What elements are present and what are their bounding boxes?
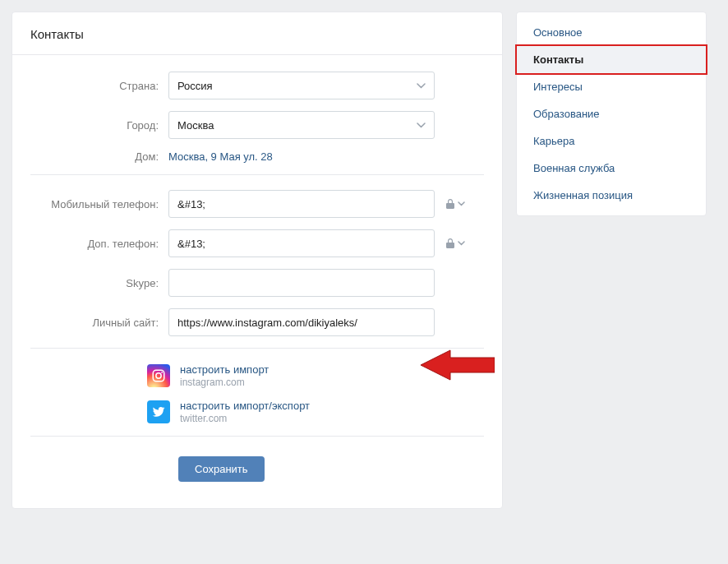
sidebar-item-education[interactable]: Образование <box>517 100 706 127</box>
alt-phone-row: Доп. телефон: <box>30 229 484 257</box>
instagram-domain: instagram.com <box>180 377 269 388</box>
skype-row: Skype: <box>30 269 484 297</box>
alt-phone-input[interactable] <box>168 229 435 257</box>
country-select[interactable]: Россия <box>168 72 435 99</box>
sidebar-item-main[interactable]: Основное <box>517 19 706 46</box>
twitter-icon <box>147 400 170 423</box>
country-label: Страна: <box>30 80 168 92</box>
mobile-phone-input[interactable] <box>168 190 435 218</box>
skype-input[interactable] <box>168 269 435 297</box>
twitter-import-row: настроить импорт/экспорт twitter.com <box>147 400 484 424</box>
sidebar-item-military[interactable]: Военная служба <box>517 155 706 182</box>
mobile-phone-label: Мобильный телефон: <box>30 198 168 210</box>
chevron-down-icon <box>417 119 426 131</box>
chevron-down-icon <box>458 201 465 206</box>
svg-point-1 <box>156 373 161 378</box>
country-value: Россия <box>177 80 213 92</box>
chevron-down-icon <box>458 241 465 246</box>
home-value-link[interactable]: Москва, 9 Мая ул. 28 <box>168 150 273 163</box>
country-row: Страна: Россия <box>30 72 484 99</box>
city-label: Город: <box>30 119 168 132</box>
sidebar-item-contacts[interactable]: Контакты <box>515 44 707 75</box>
lock-icon <box>446 199 454 209</box>
svg-point-2 <box>161 372 163 373</box>
home-row: Дом: Москва, 9 Мая ул. 28 <box>30 150 484 163</box>
website-row: Личный сайт: <box>30 308 484 336</box>
instagram-import-row: настроить импорт instagram.com <box>147 363 484 388</box>
website-input[interactable] <box>168 308 435 336</box>
home-label: Дом: <box>30 150 168 163</box>
instagram-icon <box>147 364 170 387</box>
alt-phone-privacy-control[interactable] <box>446 238 465 248</box>
lock-icon <box>446 238 454 248</box>
chevron-down-icon <box>417 80 426 91</box>
save-button[interactable]: Сохранить <box>178 456 265 482</box>
city-select[interactable]: Москва <box>168 111 435 139</box>
skype-label: Skype: <box>30 277 168 289</box>
section-divider <box>30 174 484 175</box>
city-value: Москва <box>177 119 214 132</box>
contacts-panel: Контакты Страна: Россия Город: <box>12 12 503 509</box>
mobile-privacy-control[interactable] <box>446 199 465 209</box>
section-divider <box>30 436 484 437</box>
sidebar-item-career[interactable]: Карьера <box>517 127 706 155</box>
twitter-domain: twitter.com <box>180 413 310 424</box>
sidebar-item-life-position[interactable]: Жизненная позиция <box>517 182 706 209</box>
mobile-phone-row: Мобильный телефон: <box>30 190 484 218</box>
section-divider <box>30 348 484 349</box>
settings-sidebar: Основное Контакты Интересы Образование К… <box>516 12 707 216</box>
website-label: Личный сайт: <box>30 317 168 329</box>
city-row: Город: Москва <box>30 111 484 139</box>
instagram-import-link[interactable]: настроить импорт <box>180 363 269 376</box>
sidebar-item-interests[interactable]: Интересы <box>517 73 706 100</box>
panel-title: Контакты <box>12 12 502 55</box>
alt-phone-label: Доп. телефон: <box>30 238 168 250</box>
twitter-import-link[interactable]: настроить импорт/экспорт <box>180 400 310 412</box>
